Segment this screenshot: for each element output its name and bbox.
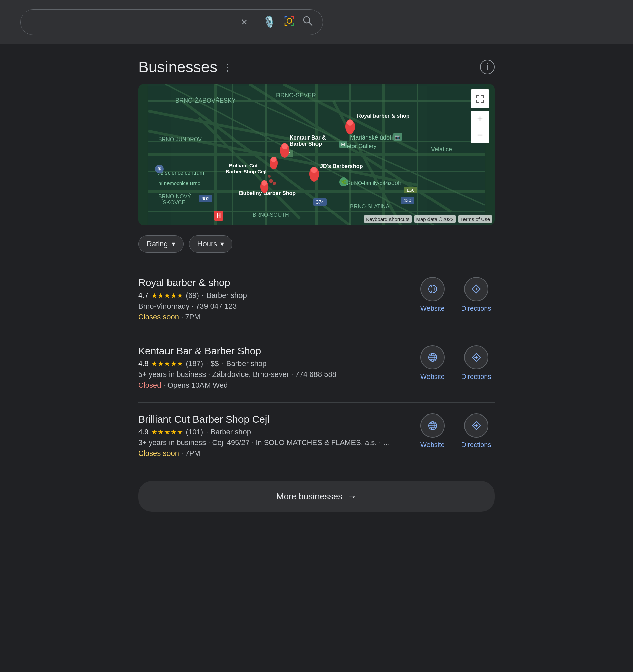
dot-separator: ·	[206, 359, 208, 368]
title-row: Businesses ⋮	[138, 58, 233, 76]
business-info: Brilliant Cut Barber Shop Cejl 4.9 ★★★★★…	[138, 413, 401, 460]
directions-button[interactable]: Directions	[458, 345, 495, 381]
plus-icon: +	[477, 113, 483, 125]
terms-of-use[interactable]: Terms of Use	[459, 215, 492, 222]
status-text: Closed	[138, 381, 161, 389]
rating-row: 4.7 ★★★★★ (69) · Barber shop	[138, 291, 401, 300]
dot-sep: ·	[192, 302, 196, 310]
svg-point-72	[269, 179, 273, 183]
business-info: Kentaur Bar & Barber Shop 4.8 ★★★★★ (187…	[138, 345, 401, 392]
svg-text:BRNO-SEVER: BRNO-SEVER	[276, 92, 316, 99]
rating-filter[interactable]: Rating ▾	[138, 235, 184, 253]
website-button[interactable]: Website	[414, 413, 451, 449]
rating-number: 4.9	[138, 428, 149, 436]
business-name: Brilliant Cut Barber Shop Cejl	[138, 413, 401, 425]
rating-filter-label: Rating	[147, 240, 168, 248]
stars: ★★★★★	[151, 360, 183, 368]
svg-text:E50: E50	[407, 188, 414, 193]
svg-text:BRNO-SOUTH: BRNO-SOUTH	[253, 212, 289, 218]
directions-icon-circle	[464, 277, 488, 301]
clear-button[interactable]: ✕	[241, 18, 248, 27]
directions-label: Directions	[462, 441, 491, 449]
website-icon-circle	[420, 277, 445, 301]
business-item: Royal barber & shop 4.7 ★★★★★ (69) · Bar…	[138, 266, 495, 335]
map-data: Map data ©2022	[414, 215, 456, 222]
search-button[interactable]	[302, 16, 313, 29]
svg-text:H: H	[217, 212, 221, 219]
svg-text:374: 374	[316, 199, 324, 205]
price: $$	[211, 359, 219, 368]
website-button[interactable]: Website	[414, 277, 451, 312]
keyboard-shortcuts[interactable]: Keyboard shortcuts	[364, 215, 412, 222]
zoom-in-button[interactable]: +	[471, 111, 489, 127]
search-input[interactable]: barbershop	[30, 17, 234, 28]
website-icon-circle	[420, 413, 445, 438]
business-type: Barber shop	[211, 428, 251, 436]
directions-label: Directions	[462, 305, 491, 312]
main-content: Businesses ⋮ i	[138, 44, 495, 525]
rating-dropdown-icon: ▾	[171, 240, 175, 248]
svg-text:Mariánské údolí: Mariánské údolí	[350, 134, 393, 141]
svg-text:M: M	[341, 142, 345, 147]
more-businesses-button[interactable]: More businesses →	[138, 481, 495, 512]
stars: ★★★★★	[151, 291, 183, 299]
search-bar-area: barbershop ✕ 🎙️	[0, 0, 633, 44]
svg-text:Zetor Gallery: Zetor Gallery	[344, 143, 377, 149]
map-footer: Keyboard shortcuts Map data ©2022 Terms …	[364, 215, 492, 222]
directions-icon-circle	[464, 413, 488, 438]
business-name: Royal barber & shop	[138, 277, 401, 288]
svg-rect-88	[483, 95, 484, 98]
directions-button[interactable]: Directions	[458, 277, 495, 312]
expand-map-button[interactable]	[471, 90, 489, 108]
camera-button[interactable]	[284, 15, 295, 29]
svg-text:JD's Barbershop: JD's Barbershop	[320, 163, 363, 169]
directions-button[interactable]: Directions	[458, 413, 495, 449]
business-actions: Website Directions	[407, 413, 495, 449]
mic-button[interactable]: 🎙️	[263, 16, 276, 29]
svg-text:⊕: ⊕	[158, 166, 162, 171]
rating-number: 4.8	[138, 359, 149, 368]
svg-point-0	[287, 19, 291, 23]
svg-point-61	[282, 143, 287, 149]
svg-text:BRNO-NOVÝ: BRNO-NOVÝ	[158, 193, 191, 199]
info-button[interactable]: i	[480, 59, 495, 74]
svg-rect-86	[476, 95, 477, 98]
dot-sep2: ·	[181, 313, 185, 321]
svg-point-73	[273, 182, 276, 185]
stars: ★★★★★	[151, 428, 183, 436]
directions-icon-circle	[464, 345, 488, 369]
svg-text:BRuNO-family-park: BRuNO-family-park	[344, 180, 391, 186]
svg-point-74	[268, 175, 271, 178]
mic-icon: 🎙️	[263, 16, 276, 29]
svg-text:Royal barber & shop: Royal barber & shop	[357, 113, 410, 119]
svg-text:Barber Shop Cejl: Barber Shop Cejl	[226, 169, 267, 174]
rating-number: 4.7	[138, 291, 149, 300]
svg-point-58	[347, 120, 353, 126]
svg-text:🌿: 🌿	[341, 179, 347, 185]
svg-text:Barber Shop: Barber Shop	[289, 141, 322, 147]
hours-filter[interactable]: Hours ▾	[189, 235, 233, 253]
svg-text:Kentaur Bar &: Kentaur Bar &	[289, 135, 326, 141]
map-container[interactable]: BRNO-ŽABOVŘESKY BRNO-SEVER BRNO-JUNDROV …	[138, 84, 495, 225]
svg-text:📷: 📷	[395, 134, 401, 140]
svg-point-67	[271, 157, 277, 162]
hours-text: 7PM	[185, 449, 200, 458]
business-status: Closes soon · 7PM	[138, 313, 401, 321]
dot-separator2: ·	[221, 359, 224, 368]
svg-point-70	[262, 180, 267, 186]
svg-text:ní nemocnice Brno: ní nemocnice Brno	[158, 180, 201, 186]
zoom-out-button[interactable]: −	[471, 127, 489, 143]
divider	[255, 17, 255, 27]
website-button[interactable]: Website	[414, 345, 451, 381]
svg-text:BRNO-ŽABOVŘESKY: BRNO-ŽABOVŘESKY	[175, 97, 236, 104]
hours-filter-label: Hours	[197, 240, 217, 248]
hours-dropdown-icon: ▾	[220, 240, 224, 248]
business-list: Royal barber & shop 4.7 ★★★★★ (69) · Bar…	[138, 266, 495, 471]
close-icon: ✕	[241, 18, 248, 27]
review-count: (69)	[186, 291, 199, 300]
rating-row: 4.8 ★★★★★ (187) · $$ · Barber shop	[138, 359, 401, 368]
more-options-button[interactable]: ⋮	[222, 61, 233, 73]
svg-text:602: 602	[202, 196, 210, 201]
business-details: 3+ years in business · Cejl 495/27 · In …	[138, 438, 401, 447]
business-type: Barber shop	[226, 359, 267, 368]
